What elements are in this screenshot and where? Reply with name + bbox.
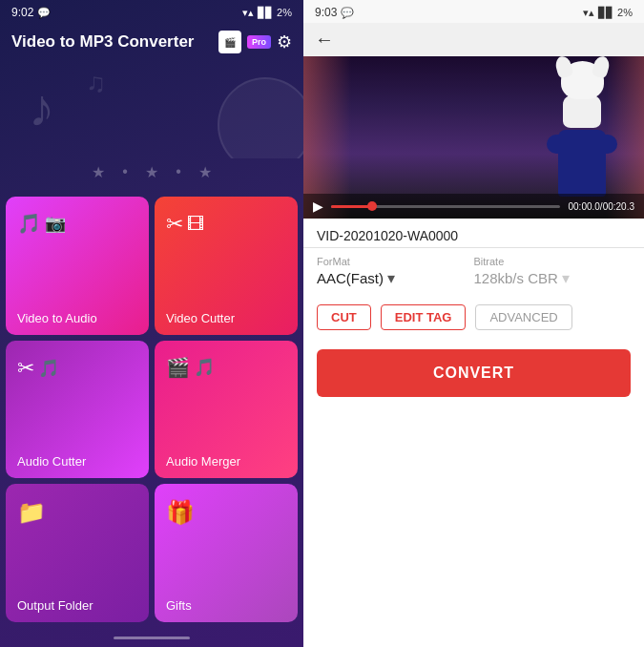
file-name: VID-20201020-WA0000: [317, 228, 631, 243]
audio-merger-label: Audio Merger: [166, 454, 286, 469]
grid-item-audio-cutter[interactable]: ✂ 🎵 Audio Cutter: [6, 341, 149, 479]
playback-controls: ▶ 00:00.0/00:20.3: [303, 194, 644, 219]
progress-fill: [331, 205, 372, 208]
right-status-left: 9:03 💬: [315, 6, 354, 19]
star-icon-1: ★: [89, 162, 108, 181]
dog-head: [561, 61, 604, 99]
app-header: Video to MP3 Converter 🎬 Pro ⚙: [0, 23, 303, 63]
dog-body: [563, 94, 601, 128]
right-signal-icon: ▊▊: [598, 7, 613, 19]
left-status-right: ▾▴ ▊▊ 2%: [242, 7, 292, 19]
video-scene: [558, 61, 606, 197]
grid-item-output-folder[interactable]: 📁 Output Folder: [6, 484, 149, 622]
bitrate-value: 128kb/s CBR: [474, 270, 558, 286]
star-icon-3: ★: [196, 162, 215, 181]
right-time: 9:03: [315, 6, 337, 19]
music-note-small-icon: ♫: [86, 68, 106, 98]
music-icon: 🎵: [38, 358, 59, 379]
holder-arms: [547, 135, 617, 154]
folder-icon: 📁: [17, 499, 46, 525]
film-strip-icon: 🎞: [187, 215, 204, 235]
home-indicator: [114, 637, 190, 639]
right-battery-level: 2%: [617, 7, 633, 18]
scissors-audio-icon: ✂: [17, 356, 34, 381]
left-panel: 9:02 💬 ▾▴ ▊▊ 2% Video to MP3 Converter 🎬…: [0, 0, 303, 647]
right-status-right: ▾▴ ▊▊ 2%: [583, 7, 633, 19]
video-audio-icon: 🎵: [17, 212, 41, 235]
header-icons: 🎬 Pro ⚙: [218, 31, 292, 53]
pro-badge: Pro: [247, 35, 271, 49]
format-bitrate-row: AAC(Fast) ▾ 128kb/s CBR ▾: [303, 267, 644, 295]
music-merge-icon: 🎵: [194, 357, 215, 378]
left-time: 9:02: [11, 6, 33, 19]
play-button[interactable]: ▶: [313, 198, 323, 214]
convert-button[interactable]: CONVERT: [317, 349, 631, 397]
video-cutter-label: Video Cutter: [166, 311, 286, 325]
grid-item-video-cutter[interactable]: ✂ 🎞 Video Cutter: [155, 197, 298, 335]
settings-icon[interactable]: ⚙: [277, 31, 292, 52]
holder-body: [558, 130, 606, 197]
grid-item-audio-merger[interactable]: 🎬 🎵 Audio Merger: [155, 341, 298, 479]
dot-indicator-2: •: [169, 162, 188, 181]
signal-icon: ▊▊: [258, 7, 273, 19]
merge-icon: 🎬: [166, 356, 190, 379]
music-note-large-icon: ♪: [29, 77, 55, 138]
edit-tag-tab[interactable]: EDIT TAG: [381, 304, 467, 330]
left-status-bar: 9:02 💬 ▾▴ ▊▊ 2%: [0, 0, 303, 23]
bitrate-label: Bitrate: [474, 256, 632, 267]
format-label: ForMat: [317, 256, 474, 267]
banner-area: ♪ ♫: [0, 63, 303, 158]
format-dropdown-arrow: ▾: [387, 269, 395, 287]
grid-item-video-to-audio[interactable]: 🎵 📷 Video to Audio: [6, 197, 149, 335]
bottom-bar: [0, 628, 303, 647]
bitrate-select[interactable]: 128kb/s CBR ▾: [474, 269, 632, 287]
battery-level-left: 2%: [277, 7, 292, 18]
right-wifi-icon: ▾▴: [583, 7, 594, 19]
film-reel-icon: [218, 77, 303, 158]
scissors-video-icon: ✂: [166, 212, 183, 237]
output-folder-label: Output Folder: [17, 598, 137, 613]
dot-indicator: •: [115, 162, 135, 181]
format-value: AAC(Fast): [317, 270, 384, 286]
back-button[interactable]: ←: [315, 29, 334, 50]
tabs-row: CUT EDIT TAG ADVANCED: [303, 295, 644, 340]
file-info: VID-20201020-WA0000: [303, 219, 644, 248]
advanced-tab[interactable]: ADVANCED: [475, 304, 571, 330]
format-select[interactable]: AAC(Fast) ▾: [317, 269, 474, 287]
cut-tab[interactable]: CUT: [317, 304, 371, 330]
progress-track[interactable]: [331, 205, 560, 208]
video-thumbnail: ▶ 00:00.0/00:20.3: [303, 56, 644, 219]
app-title: Video to MP3 Converter: [11, 32, 211, 52]
camera-icon: 📷: [45, 213, 66, 234]
whatsapp-icon: 💬: [37, 7, 51, 19]
video-to-audio-label: Video to Audio: [17, 311, 137, 325]
gift-icon: 🎁: [166, 499, 195, 525]
dog-ear-left: [553, 56, 573, 79]
gifts-label: Gifts: [166, 598, 286, 613]
star-icon-2: ★: [142, 162, 161, 181]
feature-grid: 🎵 📷 Video to Audio ✂ 🎞 Video Cutter ✂ 🎵 …: [0, 191, 303, 628]
time-display: 00:00.0/00:20.3: [568, 201, 634, 212]
carousel-dots: ★ • ★ • ★: [0, 158, 303, 191]
right-status-bar: 9:03 💬 ▾▴ ▊▊ 2%: [303, 0, 644, 23]
progress-thumb: [367, 201, 377, 211]
audio-cutter-label: Audio Cutter: [17, 454, 137, 469]
film-icon: 🎬: [218, 31, 241, 53]
grid-item-gifts[interactable]: 🎁 Gifts: [155, 484, 298, 622]
wifi-icon: ▾▴: [242, 7, 254, 19]
left-status-left: 9:02 💬: [11, 6, 51, 19]
right-whatsapp-icon: 💬: [341, 7, 354, 19]
bitrate-dropdown-arrow: ▾: [562, 269, 570, 287]
right-panel: 9:03 💬 ▾▴ ▊▊ 2% ←: [303, 0, 644, 647]
format-bitrate-labels: ForMat Bitrate: [303, 248, 644, 267]
back-bar: ←: [303, 23, 644, 56]
